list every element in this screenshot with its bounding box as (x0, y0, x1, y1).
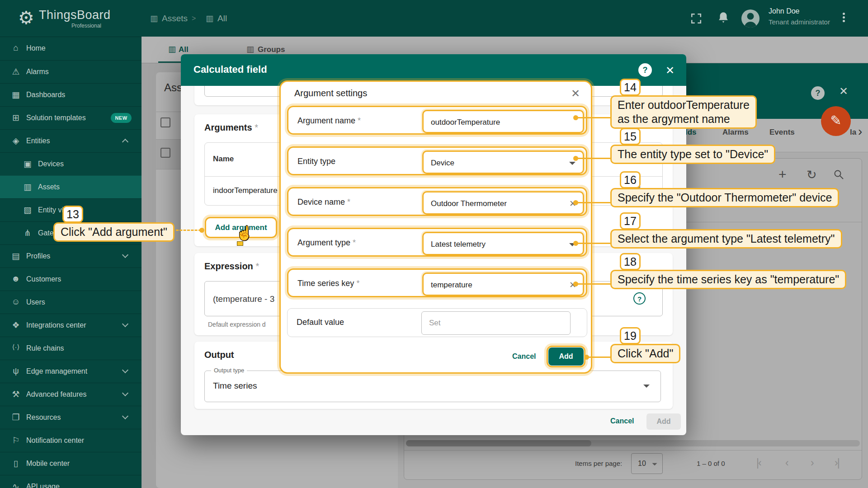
phone-icon: ▯ (10, 458, 22, 469)
sidebar-item-mobile-center[interactable]: ▯Mobile center (0, 452, 142, 475)
home-icon: ⌂ (10, 43, 22, 53)
field-label: Device name * (297, 197, 350, 207)
sidebar-item-rule-chains[interactable]: ⟨·⟩Rule chains (0, 337, 142, 360)
sidebar-item-integrations-center[interactable]: ❖Integrations center (0, 314, 142, 337)
tabs-scroll-right-icon[interactable]: › (858, 124, 862, 139)
sidebar-item-label: Home (26, 44, 46, 52)
sidebar-item-label: Edge management (26, 367, 87, 375)
sidebar-item-label: API usage (26, 483, 60, 488)
sidebar-item-label: Notification center (26, 436, 84, 445)
help-icon[interactable]: ? (811, 86, 825, 100)
close-icon[interactable]: ✕ (839, 85, 848, 98)
annotation-15-connector (578, 158, 610, 159)
required-mark: * (255, 122, 258, 132)
field-value: outdoorTemperature (431, 118, 500, 127)
edit-fab[interactable]: ✎ (821, 106, 851, 136)
dialog-add-button[interactable]: Add (548, 347, 584, 366)
sidebar-item-profiles[interactable]: ▤Profiles (0, 244, 142, 267)
annotation-16-connector (578, 202, 610, 203)
sidebar-item-label: Profiles (26, 252, 50, 260)
next-page-icon[interactable]: › (811, 457, 813, 469)
notifications-bell-icon[interactable] (717, 11, 730, 25)
modal-add-button-disabled[interactable]: Add (646, 413, 681, 430)
default-value-input[interactable]: Set (421, 311, 571, 335)
refresh-icon[interactable]: ↻ (807, 168, 817, 182)
close-icon[interactable]: ✕ (571, 87, 580, 100)
sidebar-item-solution-templates[interactable]: ⊞Solution templatesNEW (0, 106, 142, 129)
output-type-value: Time series (213, 381, 257, 391)
dialog-add-button-highlight: Add (547, 346, 585, 367)
tab-all[interactable]: All (179, 45, 189, 54)
sidebar-item-users[interactable]: ☺Users (0, 291, 142, 314)
row-checkbox[interactable] (160, 117, 170, 127)
rule-chains-icon: ⟨·⟩ (10, 343, 22, 351)
expression-help-icon[interactable]: ? (633, 292, 646, 305)
logo-title[interactable]: ThingsBoard (39, 8, 111, 22)
modal-title: Calculated field (193, 64, 267, 75)
sidebar-item-assets[interactable]: ▥Assets (0, 175, 142, 198)
dialog-cancel-button[interactable]: Cancel (512, 352, 536, 361)
sidebar-item-entities[interactable]: ◈Entities (0, 129, 142, 152)
h-scrollbar-thumb[interactable] (406, 440, 591, 446)
sidebar-item-resources[interactable]: ❐Resources (0, 406, 142, 429)
kebab-menu-icon[interactable] (843, 11, 845, 23)
sidebar-item-advanced-features[interactable]: ⚒Advanced features (0, 383, 142, 406)
edge-antenna-icon: ψ (10, 366, 22, 376)
annotation-18-connector (578, 283, 610, 285)
integrations-icon: ❖ (10, 320, 22, 330)
argument-settings-dialog: Argument settings ✕ Argument name * outd… (279, 80, 592, 374)
column-header-name: Name (213, 155, 234, 164)
caret-down-icon (569, 162, 576, 165)
device-name-input[interactable]: Outdoor Thermometer✕ (422, 191, 584, 215)
device-name-row: Device name * Outdoor Thermometer✕ (287, 187, 587, 216)
annotation-18-dot (573, 282, 578, 286)
breadcrumb-page[interactable]: All (217, 14, 227, 23)
annotation-17-connector (578, 243, 610, 244)
avatar[interactable] (741, 9, 760, 28)
chevron-up-icon (122, 139, 128, 145)
argument-name-input[interactable]: outdoorTemperature (422, 110, 584, 133)
sidebar-item-alarms[interactable]: ⚠Alarms (0, 60, 142, 83)
sidebar-item-edge-management[interactable]: ψEdge management (0, 360, 142, 383)
entity-type-select[interactable]: Device (422, 150, 584, 174)
annotation-13-callout: Click "Add argument" (53, 222, 175, 242)
search-icon[interactable] (834, 169, 844, 180)
help-icon[interactable]: ? (638, 63, 652, 77)
tab-hidden-fragment[interactable]: la (850, 128, 856, 137)
sidebar-item-notification-center[interactable]: ⚐Notification center (0, 429, 142, 452)
fullscreen-icon[interactable] (690, 13, 702, 24)
prev-page-icon[interactable]: ‹ (785, 457, 788, 469)
sidebar-item-label: Entities (26, 137, 50, 145)
output-type-label: Output type (211, 367, 247, 374)
add-icon[interactable]: + (778, 167, 787, 182)
sidebar-item-api-usage[interactable]: ∿API usage (0, 475, 142, 488)
close-icon[interactable]: ✕ (665, 64, 675, 77)
annotation-15-dot (573, 156, 578, 161)
profiles-icon: ▤ (10, 251, 22, 261)
gateways-icon: ⋔ (22, 228, 33, 238)
first-page-icon[interactable]: |‹ (756, 457, 761, 469)
tab-calculated-fields[interactable]: lds (685, 128, 697, 137)
tab-alarms[interactable]: Alarms (722, 128, 749, 137)
breadcrumb-section[interactable]: Assets (162, 14, 188, 23)
building-icon: ▥ (168, 44, 176, 54)
cursor-hand-icon: ☝ (236, 225, 253, 241)
sidebar-item-customers[interactable]: ☻Customers (0, 267, 142, 291)
breadcrumb-separator: > (192, 14, 196, 24)
argument-type-select[interactable]: Latest telemetry (422, 232, 584, 255)
row-checkbox[interactable] (160, 148, 170, 158)
tab-events[interactable]: Events (769, 128, 795, 137)
sidebar-item-devices[interactable]: ▣Devices (0, 152, 142, 175)
time-series-key-input[interactable]: temperature✕ (422, 272, 584, 296)
chevron-down-icon (122, 367, 128, 373)
page-size-select[interactable]: 10 (631, 453, 663, 474)
annotation-14-callout: Enter outdoorTemperature as the argyment… (610, 95, 757, 129)
output-type-select[interactable]: Output type Time series (204, 371, 661, 402)
arguments-heading: Arguments * (204, 122, 258, 133)
screen: ▥ All ▥ Groups Assets ? ✕ lds Alarms Eve… (0, 0, 868, 488)
sidebar-item-dashboards[interactable]: ▦Dashboards (0, 83, 142, 106)
sidebar-item-home[interactable]: ⌂Home (0, 37, 142, 60)
tab-groups[interactable]: Groups (258, 45, 285, 54)
last-page-icon[interactable]: ›| (835, 457, 839, 469)
modal-cancel-button[interactable]: Cancel (610, 417, 634, 425)
